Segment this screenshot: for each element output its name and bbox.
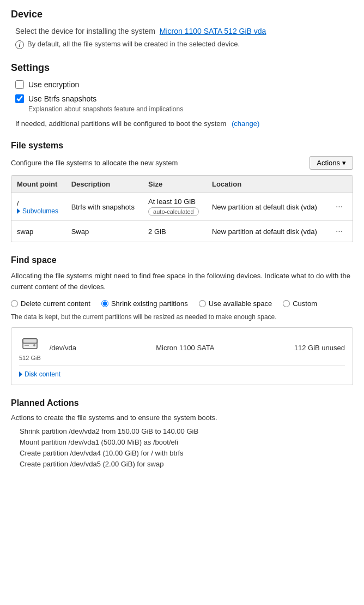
boot-text: If needed, additional partitions will be… — [15, 119, 226, 128]
cell-size: At least 10 GiB auto-calculated — [143, 193, 207, 221]
svg-point-2 — [33, 344, 35, 346]
fs-description: Configure the file systems to allocate t… — [11, 159, 178, 167]
planned-actions-title: Planned Actions — [11, 398, 353, 408]
boot-row: If needed, additional partitions will be… — [15, 119, 353, 128]
radio-custom[interactable] — [283, 300, 290, 307]
encryption-label[interactable]: Use encryption — [28, 80, 79, 89]
disk-content-expand[interactable]: Disk content — [19, 366, 345, 378]
fs-table: Mount point Description Size Location / … — [11, 176, 353, 242]
snapshots-checkbox[interactable] — [15, 94, 24, 103]
option-shrink[interactable]: Shrink existing partitions — [101, 299, 188, 308]
device-section: Device Select the device for installing … — [11, 9, 353, 49]
cell-location: New partition at default disk (vda) — [207, 193, 327, 221]
find-space-description: Allocating the file systems might need t… — [11, 271, 353, 292]
snapshots-row: Use Btrfs snapshots — [15, 94, 353, 103]
actions-label: Actions — [317, 159, 340, 167]
svg-rect-1 — [23, 339, 37, 343]
disk-icon-wrap: 512 GiB — [19, 334, 41, 361]
space-options-group: Delete current content Shrink existing p… — [11, 299, 353, 308]
list-item: Mount partition /dev/vda1 (500.00 MiB) a… — [20, 438, 353, 446]
col-actions — [327, 176, 353, 193]
disk-details: /dev/vda Micron 1100 SATA 112 GiB unused — [50, 344, 345, 352]
cell-description: Swap — [66, 221, 143, 242]
option-available-label: Use available space — [209, 299, 272, 308]
disk-path: /dev/vda — [50, 344, 76, 352]
encryption-checkbox[interactable] — [15, 80, 24, 89]
cell-more: ··· — [327, 221, 353, 242]
table-header-row: Mount point Description Size Location — [11, 176, 353, 193]
find-space-section: Find space Allocating the file systems m… — [11, 255, 353, 385]
settings-section: Settings Use encryption Use Btrfs snapsh… — [11, 62, 353, 128]
disk-icon — [21, 334, 39, 354]
table-row: swap Swap 2 GiB New partition at default… — [11, 221, 353, 242]
device-title: Device — [11, 9, 353, 20]
list-item: Create partition /dev/vda4 (10.00 GiB) f… — [20, 449, 353, 457]
space-note: The data is kept, but the current partit… — [11, 313, 353, 321]
disk-unused: 112 GiB unused — [294, 344, 345, 352]
option-shrink-label: Shrink existing partitions — [111, 299, 188, 308]
disk-content-chevron-icon — [19, 372, 22, 377]
info-row: i By default, all the file systems will … — [11, 40, 353, 49]
info-icon: i — [15, 40, 24, 49]
snapshots-label[interactable]: Use Btrfs snapshots — [28, 94, 96, 103]
cell-location: New partition at default disk (vda) — [207, 221, 327, 242]
cell-size: 2 GiB — [143, 221, 207, 242]
list-item: Shrink partition /dev/vda2 from 150.00 G… — [20, 427, 353, 435]
size-value: At least 10 GiB — [148, 197, 201, 206]
location-value: New partition at default disk (vda) — [212, 203, 317, 211]
file-systems-section: File systems Configure the file systems … — [11, 141, 353, 242]
device-link[interactable]: Micron 1100 SATA 512 GiB vda — [160, 27, 266, 35]
more-button[interactable]: ··· — [332, 225, 346, 237]
fs-title: File systems — [11, 141, 353, 151]
location-value: New partition at default disk (vda) — [212, 227, 317, 236]
planned-actions-list: Shrink partition /dev/vda2 from 150.00 G… — [11, 427, 353, 468]
subvolumes-expand[interactable]: Subvolumes — [17, 207, 60, 215]
col-size: Size — [143, 176, 207, 193]
info-text: By default, all the file systems will be… — [27, 40, 240, 48]
cell-mount-point: swap — [11, 221, 66, 242]
fs-table-wrapper: Mount point Description Size Location / … — [11, 175, 353, 242]
mount-point-value: / — [17, 199, 60, 207]
option-custom[interactable]: Custom — [283, 299, 317, 308]
disk-size-label: 512 GiB — [19, 355, 41, 361]
change-link[interactable]: (change) — [232, 119, 259, 128]
option-custom-label: Custom — [293, 299, 317, 308]
subvolumes-label: Subvolumes — [22, 207, 58, 215]
planned-actions-section: Planned Actions Actions to create the fi… — [11, 398, 353, 468]
auto-calc-badge: auto-calculated — [148, 207, 199, 216]
cell-more: ··· — [327, 193, 353, 221]
table-row: / Subvolumes Btrfs with snapshots At lea… — [11, 193, 353, 221]
fs-header: Configure the file systems to allocate t… — [11, 156, 353, 170]
device-label: Select the device for installing the sys… — [15, 27, 155, 35]
mount-point-value: swap — [17, 227, 33, 236]
radio-available[interactable] — [199, 300, 206, 307]
list-item: Create partition /dev/vda5 (2.00 GiB) fo… — [20, 460, 353, 468]
settings-title: Settings — [11, 62, 353, 74]
disk-content-label: Disk content — [25, 370, 60, 378]
col-description: Description — [66, 176, 143, 193]
option-delete[interactable]: Delete current content — [11, 299, 90, 308]
disk-card: 512 GiB /dev/vda Micron 1100 SATA 112 Gi… — [11, 327, 353, 385]
actions-button[interactable]: Actions ▾ — [310, 156, 353, 170]
radio-delete[interactable] — [11, 300, 18, 307]
cell-description: Btrfs with snapshots — [66, 193, 143, 221]
device-row: Select the device for installing the sys… — [11, 27, 353, 35]
encryption-row: Use encryption — [15, 80, 353, 89]
more-button[interactable]: ··· — [332, 201, 346, 213]
disk-model: Micron 1100 SATA — [156, 344, 214, 352]
planned-actions-description: Actions to create the file systems and t… — [11, 414, 353, 422]
option-available[interactable]: Use available space — [199, 299, 272, 308]
radio-shrink[interactable] — [101, 300, 108, 307]
disk-info-row: 512 GiB /dev/vda Micron 1100 SATA 112 Gi… — [19, 334, 345, 361]
actions-chevron-icon: ▾ — [342, 159, 346, 167]
chevron-right-icon — [17, 208, 20, 214]
col-location: Location — [207, 176, 327, 193]
find-space-title: Find space — [11, 255, 353, 265]
cell-mount-point: / Subvolumes — [11, 193, 66, 221]
col-mount-point: Mount point — [11, 176, 66, 193]
snapshots-hint: Explanation about snapshots feature and … — [15, 105, 353, 113]
size-value: 2 GiB — [148, 227, 166, 236]
description-value: Swap — [71, 227, 89, 236]
option-delete-label: Delete current content — [21, 299, 90, 308]
description-value: Btrfs with snapshots — [71, 203, 135, 211]
